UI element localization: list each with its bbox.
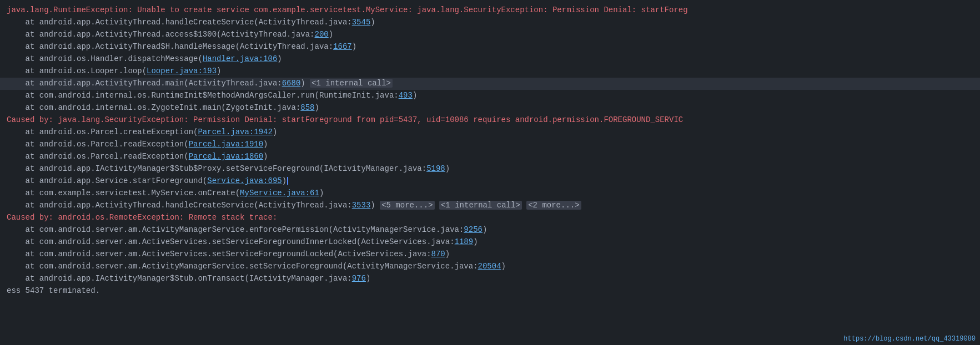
line-content: Caused by: java.lang.SecurityException: … (7, 114, 976, 126)
line-content: java.lang.RuntimeException: Unable to cr… (7, 4, 976, 16)
code-text: ) (366, 274, 370, 283)
line-content: at android.app.ActivityThread.main(Activ… (7, 78, 976, 89)
code-text: ) (370, 18, 375, 27)
code-text: ) (445, 164, 450, 173)
line-content: at com.android.server.am.ActivityManager… (7, 224, 976, 236)
line-content: Caused by: android.os.RemoteException: R… (7, 212, 976, 224)
code-line: at android.os.Handler.dispatchMessage(Ha… (0, 53, 980, 65)
code-text: at android.os.Parcel.readException( (26, 140, 189, 149)
code-text: at com.android.internal.os.ZygoteInit.ma… (26, 103, 301, 112)
code-text: at com.android.server.am.ActivityManager… (26, 225, 464, 234)
code-line: at com.android.internal.os.RuntimeInit$M… (0, 90, 980, 102)
code-text: ) (263, 152, 268, 161)
code-text: at android.os.Parcel.createException( (26, 128, 198, 136)
code-text: at com.example.servicetest.MyService.onC… (26, 189, 240, 197)
line-content: at android.app.ActivityThread.handleCrea… (7, 17, 976, 28)
line-content: at com.android.server.am.ActiveServices.… (7, 236, 976, 248)
csdn-link[interactable]: https://blog.csdn.net/qq_43319080 (843, 335, 976, 343)
hyperlink-text[interactable]: 6680 (282, 79, 301, 88)
hyperlink-text[interactable]: 9256 (464, 225, 483, 234)
code-text: ) (445, 250, 450, 258)
code-text: ) (352, 42, 356, 51)
code-text: at com.android.server.am.ActiveServices.… (26, 237, 455, 246)
line-content: at android.app.ActivityThread.access$130… (7, 29, 976, 40)
hyperlink-text[interactable]: MyService.java:61 (240, 189, 319, 197)
code-line: at android.app.ActivityThread$H.handleMe… (0, 41, 980, 53)
hyperlink-text[interactable]: 1189 (455, 237, 474, 246)
line-content: at android.os.Parcel.readException(Parce… (7, 139, 976, 150)
code-line: at android.app.Service.startForeground(S… (0, 175, 980, 187)
badge-text: <1 internal call> (439, 201, 522, 210)
hyperlink-text[interactable]: 493 (399, 91, 413, 100)
code-text: ) (473, 237, 478, 246)
line-content: at com.android.internal.os.RuntimeInit$M… (7, 90, 976, 102)
line-content: at android.os.Looper.loop(Looper.java:19… (7, 65, 976, 77)
code-text (435, 201, 439, 210)
code-text: ) (315, 103, 319, 112)
code-text: Caused by: java.lang.SecurityException: … (7, 115, 683, 124)
code-text: ) (370, 201, 380, 210)
code-text: ess 5437 terminated. (7, 286, 100, 295)
code-line: at android.os.Parcel.createException(Par… (0, 126, 980, 139)
hyperlink-text[interactable]: Handler.java:106 (203, 54, 277, 63)
code-line: at com.android.server.am.ActivityManager… (0, 224, 980, 236)
code-text: at com.android.server.am.ActivityManager… (26, 262, 478, 271)
hyperlink-text[interactable]: 5198 (426, 164, 445, 173)
line-content: at android.os.Parcel.createException(Par… (7, 126, 976, 138)
hyperlink-text[interactable]: 3533 (352, 201, 371, 210)
code-text: ) (483, 225, 487, 234)
line-content: at com.android.server.am.ActiveServices.… (7, 248, 976, 260)
code-line: at android.os.Parcel.readException(Parce… (0, 139, 980, 151)
code-line: at android.app.ActivityThread.handleCrea… (0, 17, 980, 29)
hyperlink-text[interactable]: Looper.java:193 (147, 67, 217, 75)
code-line: at com.android.server.am.ActiveServices.… (0, 236, 980, 248)
line-content: at com.android.server.am.ActivityManager… (7, 261, 976, 272)
code-text: at android.os.Parcel.readException( (26, 152, 189, 161)
code-text: at android.app.IActivityManager$Stub$Pro… (26, 164, 427, 173)
code-line: at com.android.server.am.ActivityManager… (0, 261, 980, 273)
code-text: ) (413, 91, 417, 100)
line-content: at android.app.IActivityManager$Stub.onT… (7, 273, 976, 285)
line-content: at com.example.servicetest.MyService.onC… (7, 187, 976, 199)
code-line: at android.app.IActivityManager$Stub$Pro… (0, 163, 980, 175)
hyperlink-text[interactable]: 200 (315, 30, 329, 39)
hyperlink-text[interactable]: Parcel.java:1860 (189, 152, 263, 161)
code-line: at android.os.Parcel.readException(Parce… (0, 151, 980, 163)
code-text: ) (277, 54, 282, 63)
line-content: at android.app.ActivityThread.handleCrea… (7, 200, 976, 211)
code-line: at android.app.ActivityThread.handleCrea… (0, 200, 980, 212)
code-line: java.lang.RuntimeException: Unable to cr… (0, 4, 980, 17)
hyperlink-text[interactable]: 858 (300, 103, 314, 112)
code-text (522, 201, 526, 210)
code-text: ) (319, 189, 324, 197)
code-container: java.lang.RuntimeException: Unable to cr… (0, 2, 980, 300)
code-line: Caused by: java.lang.SecurityException: … (0, 114, 980, 126)
hyperlink-text[interactable]: Service.java:695 (207, 176, 282, 185)
hyperlink-text[interactable]: 976 (352, 274, 366, 283)
code-line: ess 5437 terminated. (0, 285, 980, 297)
code-text: at android.app.IActivityManager$Stub.onT… (26, 274, 352, 283)
hyperlink-text[interactable]: 870 (431, 250, 445, 258)
hyperlink-text[interactable]: Parcel.java:1942 (198, 128, 272, 136)
code-text: ) (300, 79, 310, 88)
code-text: java.lang.RuntimeException: Unable to cr… (7, 6, 688, 14)
hyperlink-text[interactable]: 20504 (478, 262, 501, 271)
line-content: at android.app.IActivityManager$Stub$Pro… (7, 163, 976, 175)
code-text: at com.android.internal.os.RuntimeInit$M… (26, 91, 399, 100)
code-line: Caused by: android.os.RemoteException: R… (0, 212, 980, 224)
code-line: at android.app.IActivityManager$Stub.onT… (0, 273, 980, 285)
line-content: at com.android.internal.os.ZygoteInit.ma… (7, 102, 976, 114)
line-content: at android.os.Parcel.readException(Parce… (7, 151, 976, 163)
code-text: ) (329, 30, 333, 39)
code-line: at android.app.ActivityThread.access$130… (0, 29, 980, 41)
hyperlink-text[interactable]: Parcel.java:1910 (189, 140, 263, 149)
code-text: at android.app.ActivityThread$H.handleMe… (26, 42, 334, 51)
code-text: ) (273, 128, 277, 136)
code-text: Caused by: android.os.RemoteException: R… (7, 213, 277, 222)
badge-text: <5 more...> (380, 201, 434, 210)
hyperlink-text[interactable]: 1667 (333, 42, 352, 51)
hyperlink-text[interactable]: 3545 (352, 18, 371, 27)
line-content: at android.os.Handler.dispatchMessage(Ha… (7, 53, 976, 65)
bottom-bar[interactable]: https://blog.csdn.net/qq_43319080 (839, 333, 980, 345)
code-text: ) (501, 262, 506, 271)
